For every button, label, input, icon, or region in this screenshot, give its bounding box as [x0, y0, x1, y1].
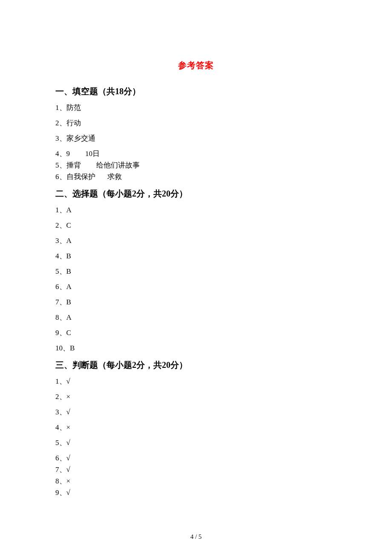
s1-item-2: 2、行动 — [55, 119, 337, 128]
s2-item-2: 2、C — [55, 221, 337, 230]
s1-item-1: 1、防范 — [55, 103, 337, 113]
s1-item-4b: 10日 — [85, 150, 100, 158]
s2-item-7: 7、B — [55, 298, 337, 307]
s2-item-8: 8、A — [55, 313, 337, 322]
s3-item-4: 4、× — [55, 423, 337, 432]
s2-item-4: 4、B — [55, 251, 337, 261]
s3-item-1: 1、√ — [55, 377, 337, 386]
answers-title: 参考答案 — [55, 60, 337, 71]
s3-item-5: 5、√ — [55, 438, 337, 448]
s3-item-8: 8、× — [55, 477, 337, 486]
s3-item-7: 7、√ — [55, 465, 337, 474]
s1-item-3: 3、家乡交通 — [55, 134, 337, 143]
s2-item-10: 10、B — [55, 344, 337, 353]
s1-item-5: 5、捶背给他们讲故事 — [55, 161, 337, 170]
s1-item-6a: 6、自我保护 — [55, 173, 95, 181]
s1-item-6b: 求救 — [107, 173, 122, 181]
s2-item-6: 6、A — [55, 282, 337, 292]
s3-item-6: 6、√ — [55, 454, 337, 463]
section-1-header: 一、填空题（共18分） — [55, 86, 337, 97]
section-3-header: 三、判断题（每小题2分，共20分） — [55, 359, 337, 371]
s1-item-4: 4、910日 — [55, 149, 337, 159]
s1-item-5b: 给他们讲故事 — [96, 161, 140, 169]
s1-item-5a: 5、捶背 — [55, 161, 81, 169]
page-number: 4 / 5 — [0, 533, 392, 541]
s3-item-2: 2、× — [55, 392, 337, 402]
s3-item-3: 3、√ — [55, 408, 337, 417]
page: 参考答案 一、填空题（共18分） 1、防范 2、行动 3、家乡交通 4、910日… — [0, 0, 392, 555]
s1-item-4a: 4、9 — [55, 150, 70, 158]
s2-item-5: 5、B — [55, 267, 337, 276]
s2-item-1: 1、A — [55, 205, 337, 215]
s3-item-9: 9、√ — [55, 488, 337, 497]
s2-item-9: 9、C — [55, 328, 337, 338]
s1-item-6: 6、自我保护求救 — [55, 172, 337, 182]
section-2-header: 二、选择题（每小题2分，共20分） — [55, 188, 337, 199]
s2-item-3: 3、A — [55, 236, 337, 246]
